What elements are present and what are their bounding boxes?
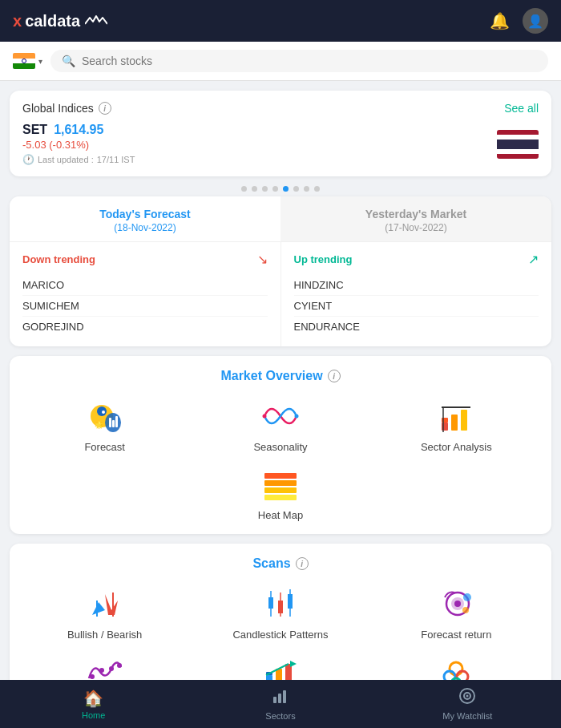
today-tab-title: Today's Forecast: [18, 208, 272, 220]
seasonality-item[interactable]: Seasonality: [198, 396, 362, 453]
sectors-label: Sectors: [265, 711, 295, 721]
global-indices-title: Global Indices i: [22, 102, 111, 115]
search-wrapper[interactable]: 🔍: [50, 50, 548, 72]
market-overview-info-icon[interactable]: i: [328, 370, 341, 382]
bullish-bearish-item[interactable]: Bullish / Bearish: [22, 584, 187, 641]
sector-analysis-item[interactable]: Sector Analysis: [374, 396, 539, 453]
yesterday-market-tab[interactable]: Yesterday's Market (17-Nov-2022): [280, 196, 551, 241]
svg-rect-25: [268, 597, 273, 609]
user-avatar-icon[interactable]: 👤: [523, 8, 548, 34]
logo: xcaldata: [13, 12, 107, 30]
candlestick-label: Candlestick Patterns: [232, 629, 328, 641]
forecast-item[interactable]: 🌟 Forecast: [22, 396, 187, 453]
global-indices-header: Global Indices i See all: [22, 102, 539, 115]
bottom-nav: 🏠 Home Sectors My Watchlist: [0, 680, 561, 728]
up-trend-label: Up trending ↗: [294, 252, 539, 267]
heat-map-item[interactable]: Heat Map: [198, 464, 362, 521]
forecast-content: Down trending ↘ MARICO SUMICHEM GODREJIN…: [10, 241, 551, 346]
bullish-bearish-icon: [83, 584, 127, 624]
svg-point-34: [462, 607, 469, 613]
svg-text:🌟: 🌟: [95, 420, 104, 430]
nav-watchlist[interactable]: My Watchlist: [374, 680, 561, 728]
index-item: SET 1,614.95 -5.03 (-0.31%) 🕐 Last updat…: [22, 123, 539, 165]
dot-3[interactable]: [262, 186, 268, 192]
logo-wave-icon: [85, 14, 107, 27]
dot-6[interactable]: [293, 186, 299, 192]
index-value: 1,614.95: [54, 123, 103, 137]
market-overview-grid: 🌟 Forecast Seasonality: [22, 396, 539, 453]
svg-rect-18: [264, 487, 297, 493]
info-icon[interactable]: i: [99, 102, 111, 115]
chevron-down-icon: ▾: [38, 57, 42, 66]
svg-rect-50: [283, 690, 286, 703]
up-stock-2[interactable]: CYIENT: [294, 296, 539, 317]
home-label: Home: [82, 710, 105, 720]
down-stock-3[interactable]: GODREJIND: [22, 317, 268, 337]
svg-marker-20: [92, 602, 105, 615]
seasonality-label: Seasonality: [253, 441, 307, 453]
up-stock-3[interactable]: ENDURANCE: [294, 317, 539, 337]
up-trending-col: Up trending ↗ HINDZINC CYIENT ENDURANCE: [281, 242, 552, 346]
watchlist-label: My Watchlist: [442, 711, 492, 721]
thai-flag: [497, 130, 539, 159]
home-icon: 🏠: [83, 689, 103, 708]
forecast-tabs: Today's Forecast (18-Nov-2022) Yesterday…: [10, 196, 551, 241]
up-stock-1[interactable]: HINDZINC: [294, 275, 539, 296]
bullish-bearish-label: Bullish / Bearish: [67, 629, 142, 641]
today-tab-date: (18-Nov-2022): [18, 222, 272, 233]
notification-icon[interactable]: 🔔: [490, 11, 510, 30]
dot-7[interactable]: [304, 186, 309, 192]
dot-1[interactable]: [241, 186, 247, 192]
market-overview-card: Market Overview i 🌟 Forecast: [10, 356, 551, 534]
svg-marker-21: [105, 594, 118, 615]
scans-title: Scans i: [22, 556, 539, 571]
forecast-icon: 🌟: [83, 396, 127, 436]
forecast-return-item[interactable]: Forecast return: [374, 584, 539, 641]
index-change: -5.03 (-0.31%): [22, 139, 135, 151]
svg-point-9: [294, 415, 298, 419]
dot-2[interactable]: [252, 186, 257, 192]
forecast-label: Forecast: [84, 441, 125, 453]
search-input[interactable]: [82, 55, 537, 67]
down-trending-col: Down trending ↘ MARICO SUMICHEM GODREJIN…: [10, 242, 281, 346]
forecast-return-label: Forecast return: [421, 629, 491, 641]
svg-rect-49: [278, 694, 281, 703]
dot-8[interactable]: [314, 186, 320, 192]
dot-5[interactable]: [283, 186, 289, 192]
down-trend-label: Down trending ↘: [22, 252, 268, 267]
nav-home[interactable]: 🏠 Home: [0, 680, 187, 728]
svg-point-35: [90, 674, 95, 679]
svg-point-36: [99, 668, 104, 673]
svg-rect-48: [273, 697, 276, 703]
svg-rect-5: [109, 418, 111, 427]
forecast-return-icon: [434, 584, 478, 624]
dot-4[interactable]: [272, 186, 278, 192]
nav-sectors[interactable]: Sectors: [187, 680, 373, 728]
search-icon: 🔍: [62, 55, 75, 67]
see-all-button[interactable]: See all: [504, 102, 539, 115]
heat-map-label: Heat Map: [258, 509, 303, 521]
svg-rect-10: [442, 423, 448, 431]
svg-rect-6: [112, 420, 115, 427]
svg-point-53: [466, 695, 469, 698]
svg-rect-12: [451, 415, 458, 431]
header-icons: 🔔 👤: [490, 8, 548, 34]
svg-marker-43: [290, 661, 297, 667]
today-forecast-tab[interactable]: Today's Forecast (18-Nov-2022): [10, 196, 280, 241]
down-stock-2[interactable]: SUMICHEM: [22, 296, 268, 317]
svg-rect-29: [288, 594, 293, 609]
sector-analysis-label: Sector Analysis: [421, 441, 492, 453]
candlestick-item[interactable]: Candlestick Patterns: [198, 584, 362, 641]
country-selector[interactable]: ▾: [13, 53, 42, 69]
svg-point-1: [97, 406, 107, 416]
down-stock-1[interactable]: MARICO: [22, 275, 268, 296]
svg-rect-19: [264, 495, 297, 500]
search-bar: ▾ 🔍: [0, 42, 561, 81]
svg-point-44: [450, 662, 462, 675]
forecast-card: Today's Forecast (18-Nov-2022) Yesterday…: [10, 196, 551, 346]
sectors-icon: [272, 687, 289, 709]
candlestick-icon: [258, 584, 303, 624]
scans-info-icon[interactable]: i: [296, 557, 309, 570]
svg-rect-14: [442, 406, 470, 408]
app-header: xcaldata 🔔 👤: [0, 0, 561, 42]
